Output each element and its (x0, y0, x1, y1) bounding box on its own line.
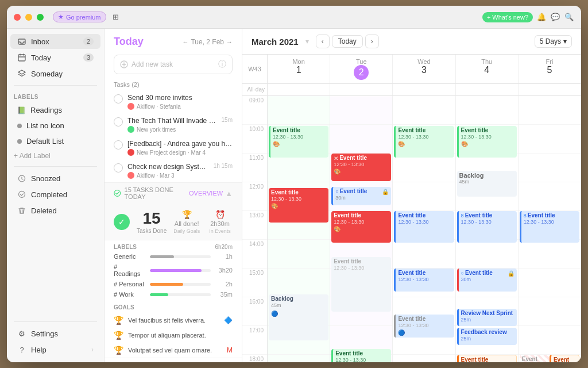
whats-new-button[interactable]: + What's new? (482, 12, 533, 22)
maximize-button[interactable] (37, 14, 44, 21)
thu-event-2[interactable]: 8 Event title 12:30 - 13:30 (457, 211, 517, 243)
label-bar-readings (150, 269, 211, 272)
cal-day-name-wed: Wed (395, 58, 452, 65)
cal-days-select[interactable]: 5 Days ▾ (535, 35, 572, 48)
thu-event-3[interactable]: ○ Event title 🔒 30m (457, 269, 517, 292)
thu-event-3-time: 30m (461, 277, 514, 282)
sidebar-item-readings[interactable]: 📗 Readings (10, 103, 100, 117)
today-icon (17, 53, 26, 62)
sidebar-item-today[interactable]: Today 3 (10, 50, 100, 65)
customize-icon[interactable]: ⊞ (111, 12, 121, 22)
done-stat-goals: 🏆 All done! Daily Goals (173, 210, 200, 234)
cal-today-button[interactable]: Today (332, 35, 363, 48)
task-item-1[interactable]: Send 30 more invites Akiflow · Stefania (105, 90, 242, 113)
cal-next-button[interactable]: › (365, 34, 379, 48)
task-check-2[interactable] (114, 117, 123, 126)
wed-slot-6 (393, 240, 455, 269)
export-row: Export daily recap Export (105, 358, 242, 362)
tue-event-2[interactable]: ○ Event title 🔒 30m (331, 187, 391, 205)
fri-event-1-time: 12:30 - 13:30 (524, 219, 577, 225)
labels-time-header: LABELS 6h20m (105, 240, 242, 251)
fri-event-1[interactable]: 8 Event title 12:30 - 13:30 (520, 211, 579, 243)
close-button[interactable] (14, 14, 21, 21)
goal-item-1: 🏆 Vel faucibus sit felis viverra. 🔷 (105, 313, 242, 328)
search-icon[interactable]: 🔍 (564, 12, 574, 22)
calendar-title: March 2021 (252, 37, 299, 47)
wed-event-2[interactable]: Event title 12:30 - 13:30 (394, 211, 454, 243)
thu-event-4[interactable]: Event title 12:30 - 13:30 🎨 (457, 355, 517, 362)
thu-feedback[interactable]: Feedback review 25m (457, 328, 517, 345)
allday-col-thu (456, 84, 519, 95)
go-premium-button[interactable]: ★ Go premium (53, 12, 106, 22)
wed-event-3-title: Event title (398, 270, 451, 277)
sidebar-item-inbox[interactable]: Inbox 2 (10, 34, 100, 49)
sidebar-item-default-list[interactable]: Default List (10, 134, 100, 148)
thu-event-2-title: Event title (465, 212, 493, 219)
task-item-3[interactable]: [Feedback] - Andrea gave you his fee... … (105, 136, 242, 159)
thu-event-2-time: 12:30 - 13:30 (461, 219, 514, 225)
sidebar-item-someday[interactable]: Someday (10, 66, 100, 81)
cal-days-chevron-icon: ▾ (563, 37, 567, 45)
sidebar-item-list-no-icon[interactable]: List no icon (10, 118, 100, 133)
default-list-label: Default List (26, 137, 64, 145)
done-goals-label: All done! (175, 220, 199, 227)
thu-event-1-time: 12:30 - 13:30 (461, 134, 514, 140)
sidebar-item-settings[interactable]: ⚙ Settings (10, 326, 100, 341)
sidebar-item-deleted[interactable]: Deleted (10, 203, 100, 218)
fri-slot-3 (519, 154, 581, 182)
mon-event-2[interactable]: Event title 12:30 - 13:30 🎨 (269, 188, 328, 223)
task-check-4[interactable] (114, 163, 123, 172)
fri-slot-6 (519, 240, 581, 269)
sidebar-divider-1 (14, 85, 97, 86)
goal-trophy-icon-3: 🏆 (114, 346, 123, 355)
task-avatar-2 (127, 126, 134, 133)
mon-slot-6 (268, 240, 330, 269)
thu-review[interactable]: Review Next Sprint 25m (457, 309, 517, 326)
titlebar: ★ Go premium ⊞ + What's new? 🔔 💬 🔍 (7, 6, 581, 29)
done-header[interactable]: 15 TASKS DONE TODAY OVERVIEW ▲ (105, 182, 242, 204)
thu-backlog: Backlog 45m (457, 171, 517, 197)
nav-right-icon[interactable]: → (226, 39, 233, 45)
label-name-generic: Generic (114, 253, 145, 260)
task-check-1[interactable] (114, 94, 123, 103)
sidebar-item-snoozed[interactable]: Snoozed (10, 171, 100, 186)
sidebar-item-completed[interactable]: Completed (10, 187, 100, 202)
task-check-3[interactable] (114, 140, 123, 150)
mon-event-backlog[interactable]: Backlog 45m 🔵 (269, 294, 328, 340)
fri-event-orange[interactable]: Event ti... 12:30 - 13:30 (550, 355, 579, 362)
cal-day-col-tue: Tue 2 (330, 55, 393, 83)
thu-event-1[interactable]: Event title 12:30 - 13:30 🎨 (457, 126, 517, 158)
time-slot-1400: 14:00 (242, 240, 267, 269)
tue-event-3[interactable]: Event title 12:30 - 13:30 🎨 (331, 211, 391, 243)
add-task-input[interactable]: Add new task ⓘ (114, 55, 233, 74)
tue-event-4-title: Event title (335, 350, 389, 357)
wed-event-3[interactable]: Event title 12:30 - 13:30 (394, 269, 454, 292)
task-item-2[interactable]: The Tech That Will Invade Our Lives i...… (105, 113, 242, 136)
fri-event-striped[interactable]: Event title 12:30 - 13:30 (520, 355, 550, 362)
label-bar-personal (150, 283, 211, 286)
thu-feedback-title: Feedback review (461, 329, 514, 336)
wed-event-4[interactable]: Event title 12:30 - 13:30 🔵 (394, 315, 454, 338)
time-slot-1000: 10:00 (242, 125, 267, 154)
mon-event-1[interactable]: Event title 12:30 - 13:30 🎨 (269, 126, 328, 158)
fri-event-1-title: Event title (528, 212, 555, 219)
tue-event-1[interactable]: ✕ Event title 12:30 - 13:30 🎨 (331, 154, 391, 181)
tue-event-1-header: ✕ Event title (334, 155, 389, 162)
nav-left-icon[interactable]: ← (182, 39, 188, 45)
bell-icon[interactable]: 🔔 (536, 12, 547, 22)
calendar-title-arrow[interactable]: ▾ (305, 37, 309, 45)
wed-event-1[interactable]: Event title 12:30 - 13:30 🎨 (394, 126, 454, 158)
task-item-4[interactable]: Check new design System and impro... Aki… (105, 159, 242, 182)
chat-icon[interactable]: 💬 (550, 12, 560, 22)
sidebar-item-help[interactable]: ? Help › (10, 342, 100, 357)
minimize-button[interactable] (25, 14, 32, 21)
tue-event-4[interactable]: Event title 12:30 - 13:30 🎨 (331, 349, 391, 362)
today-panel-header: Today ← Tue, 2 Feb → (105, 29, 242, 52)
cal-prev-button[interactable]: ‹ (316, 34, 330, 48)
clock-events-icon: ⏰ (215, 210, 225, 219)
done-overview-btn[interactable]: OVERVIEW (189, 190, 223, 197)
mon-event-2-title: Event title (271, 189, 326, 196)
thu-backlog-title: Backlog (459, 172, 514, 179)
label-bar-fill-work (150, 293, 168, 296)
add-label-button[interactable]: + Add Label (7, 149, 104, 163)
